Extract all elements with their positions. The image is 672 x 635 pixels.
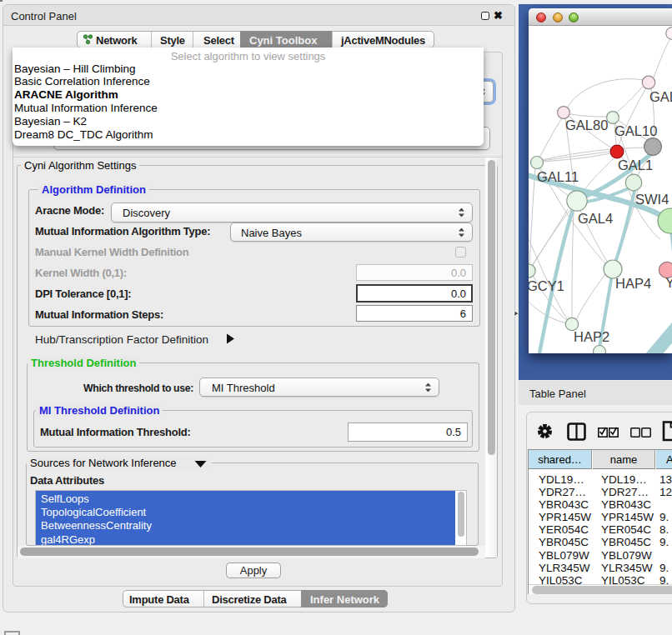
svg-text:GAL10: GAL10 <box>614 123 657 138</box>
svg-text:GAL11: GAL11 <box>537 169 579 184</box>
svg-text:GCY1: GCY1 <box>529 278 564 293</box>
svg-text:HAP4: HAP4 <box>615 276 651 291</box>
svg-text:SWI4: SWI4 <box>635 192 669 207</box>
svg-text:GAL: GAL <box>649 89 672 104</box>
svg-text:GAL80: GAL80 <box>565 118 608 132</box>
svg-text:GAL4: GAL4 <box>578 211 613 226</box>
svg-text:Y: Y <box>665 275 672 290</box>
svg-text:HAP2: HAP2 <box>574 329 609 344</box>
svg-text:GAL1: GAL1 <box>618 158 653 172</box>
